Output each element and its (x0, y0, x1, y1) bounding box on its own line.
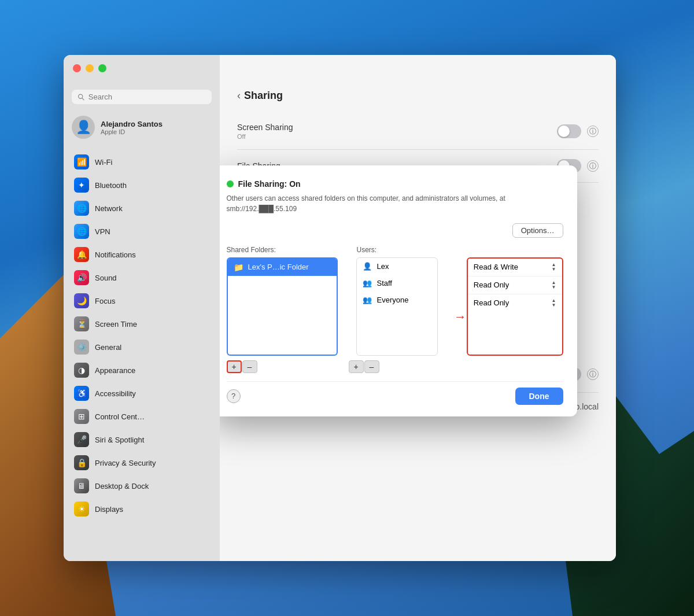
sidebar-section: 📶 Wi-Fi ✦ Bluetooth 🌐 Network 🌐 VPN 🔔 No… (64, 149, 220, 522)
maximize-button[interactable] (98, 64, 106, 72)
folder-add-remove-buttons: + – (227, 360, 257, 373)
options-row: Options… (227, 223, 563, 238)
page-title: Sharing (244, 90, 283, 102)
user-name: Alejandro Santos (101, 120, 163, 128)
help-button[interactable]: ? (227, 389, 241, 403)
notifications-icon: 🔔 (74, 247, 89, 262)
sidebar-item-privacy[interactable]: 🔒 Privacy & Security (68, 451, 215, 474)
sidebar-item-vpn[interactable]: 🌐 VPN (68, 220, 215, 243)
sidebar-item-accessibility[interactable]: ♿ Accessibility (68, 382, 215, 405)
bluetooth-sharing-info-button[interactable]: ⓘ (587, 368, 599, 380)
sidebar-item-appearance[interactable]: ◑ Appearance (68, 359, 215, 382)
perm-stepper-0[interactable]: ▲ ▼ (552, 263, 556, 272)
sidebar-item-displays[interactable]: ☀ Displays (68, 497, 215, 521)
file-sharing-modal: File Sharing: On Other users can access … (220, 165, 577, 416)
search-icon (77, 93, 85, 101)
add-folder-button[interactable]: + (227, 360, 242, 373)
options-button[interactable]: Options… (512, 223, 563, 238)
folders-list: 📁 Lex's P…ic Folder (227, 257, 338, 356)
permissions-column: Read & Write ▲ ▼ Read Only ▲ ▼ (467, 246, 563, 356)
sidebar-item-focus[interactable]: 🌙 Focus (68, 289, 215, 312)
screen-sharing-controls: ⓘ (557, 124, 599, 138)
sidebar-item-label: Network (95, 204, 123, 213)
folder-icon: 📁 (234, 263, 243, 272)
permissions-list: Read & Write ▲ ▼ Read Only ▲ ▼ (467, 257, 563, 356)
wifi-icon: 📶 (74, 154, 89, 169)
avatar: 👤 (72, 116, 95, 139)
vpn-icon: 🌐 (74, 224, 89, 239)
perm-label-1: Read Only (474, 281, 509, 289)
main-content: ‹ Sharing Screen Sharing Off ⓘ File Shar… (220, 55, 616, 561)
shared-folders-label: Shared Folders: (227, 246, 338, 254)
focus-icon: 🌙 (74, 293, 89, 308)
user-add-remove-buttons: + – (349, 360, 379, 373)
sidebar-item-network[interactable]: 🌐 Network (68, 197, 215, 220)
bluetooth-icon: ✦ (74, 178, 89, 193)
modal-header: File Sharing: On (227, 179, 563, 189)
user-name-lex: Lex (376, 262, 389, 271)
siri-icon: 🎤 (74, 432, 89, 447)
stepper-down: ▼ (552, 267, 556, 272)
user-icon-everyone: 👥 (363, 296, 372, 304)
screen-sharing-status: Off (237, 133, 293, 140)
user-profile[interactable]: 👤 Alejandro Santos Apple ID (64, 110, 220, 145)
sidebar-item-wifi[interactable]: 📶 Wi-Fi (68, 150, 215, 174)
sidebar-item-label: Screen Time (95, 320, 137, 329)
toggle-knob (558, 126, 570, 137)
perm-label-0: Read & Write (474, 263, 518, 271)
general-icon: ⚙️ (74, 340, 89, 355)
search-input[interactable] (88, 93, 206, 101)
permissions-label (467, 246, 563, 254)
sidebar-item-label: Accessibility (95, 389, 136, 398)
perm-stepper-1[interactable]: ▲ ▼ (552, 281, 556, 290)
perm-stepper-2[interactable]: ▲ ▼ (552, 298, 556, 308)
user-item-lex[interactable]: 👤 Lex (357, 258, 437, 275)
sidebar-item-control-center[interactable]: ⊞ Control Cent… (68, 405, 215, 428)
remove-folder-button[interactable]: – (242, 360, 257, 373)
back-button[interactable]: ‹ (237, 90, 241, 102)
sidebar-item-label: Siri & Spotlight (95, 436, 144, 444)
perm-label-2: Read Only (474, 298, 509, 307)
users-label: Users: (356, 246, 437, 254)
sidebar-item-screen-time[interactable]: ⏳ Screen Time (68, 312, 215, 335)
done-button[interactable]: Done (515, 388, 563, 405)
remove-user-button[interactable]: – (364, 360, 379, 373)
appearance-icon: ◑ (74, 363, 89, 378)
user-apple-id: Apple ID (101, 128, 163, 135)
user-info: Alejandro Santos Apple ID (101, 120, 163, 135)
screen-sharing-row: Screen Sharing Off ⓘ (237, 113, 599, 150)
minimize-button[interactable] (86, 64, 94, 72)
folder-item-selected[interactable]: 📁 Lex's P…ic Folder (228, 259, 337, 276)
sidebar-item-label: General (95, 343, 121, 352)
stepper-down: ▼ (552, 303, 556, 308)
file-sharing-info-button[interactable]: ⓘ (587, 160, 599, 172)
system-preferences-window: 👤 Alejandro Santos Apple ID 📶 Wi-Fi ✦ Bl… (64, 55, 616, 561)
user-icon-staff: 👥 (363, 279, 372, 287)
perm-item-2[interactable]: Read Only ▲ ▼ (468, 294, 562, 312)
sidebar-item-notifications[interactable]: 🔔 Notifications (68, 243, 215, 266)
desktop-dock-icon: 🖥 (74, 478, 89, 493)
perm-item-0[interactable]: Read & Write ▲ ▼ (468, 259, 562, 276)
screen-sharing-info-button[interactable]: ⓘ (587, 126, 599, 137)
privacy-icon: 🔒 (74, 455, 89, 470)
sidebar-item-bluetooth[interactable]: ✦ Bluetooth (68, 174, 215, 197)
search-box[interactable] (72, 90, 212, 104)
stepper-down: ▼ (552, 285, 556, 290)
close-button[interactable] (73, 64, 81, 72)
sidebar-item-general[interactable]: ⚙️ General (68, 335, 215, 359)
user-item-everyone[interactable]: 👥 Everyone (357, 292, 437, 308)
screen-sharing-info: Screen Sharing Off (237, 123, 293, 140)
modal-bottom-row: ? Done (227, 381, 563, 405)
add-user-button[interactable]: + (349, 360, 364, 373)
sidebar-item-sound[interactable]: 🔊 Sound (68, 266, 215, 289)
screen-sharing-toggle[interactable] (557, 124, 581, 138)
arrow-to-permissions: → (454, 309, 467, 324)
sound-icon: 🔊 (74, 270, 89, 285)
status-indicator (227, 180, 234, 187)
user-name-staff: Staff (376, 279, 392, 287)
sidebar-item-siri[interactable]: 🎤 Siri & Spotlight (68, 428, 215, 451)
person-icon: 👤 (76, 120, 91, 135)
perm-item-1[interactable]: Read Only ▲ ▼ (468, 276, 562, 294)
sidebar-item-desktop-dock[interactable]: 🖥 Desktop & Dock (68, 474, 215, 497)
user-item-staff[interactable]: 👥 Staff (357, 275, 437, 292)
